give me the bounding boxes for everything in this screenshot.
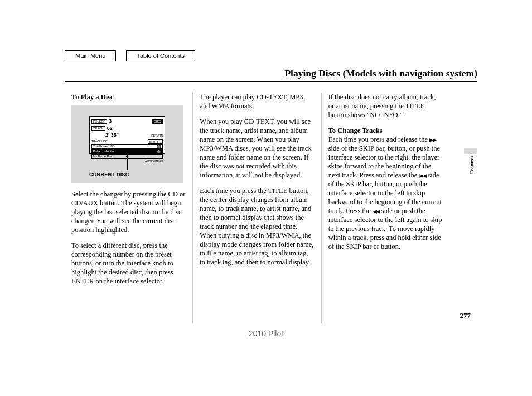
column-2: The player can play CD-TEXT, MP3, and WM… xyxy=(193,93,321,323)
main-menu-button[interactable]: Main Menu xyxy=(65,50,116,61)
col1-p2: To select a different disc, press the co… xyxy=(71,241,186,286)
tab-label: Features xyxy=(469,156,476,174)
label-return: RETURN xyxy=(151,134,163,137)
column-3: If the disc does not carry album, track,… xyxy=(322,93,449,323)
col3-p1: If the disc does not carry album, track,… xyxy=(328,93,443,119)
top-nav: Main Menu Table of Contents xyxy=(65,50,195,61)
label-track-list: TRACK LIST xyxy=(91,139,108,143)
skip-back-icon: |◀◀ xyxy=(373,209,380,214)
badge-track: TRACK xyxy=(91,126,105,131)
btn-skip-fr: SKIP FR xyxy=(148,139,163,144)
col2-p3: Each time you press the TITLE button, th… xyxy=(200,186,314,267)
track-number: 02 xyxy=(107,125,113,132)
section-tab: Features xyxy=(464,148,477,180)
callout-arrow-icon xyxy=(125,154,129,157)
col2-p1: The player can play CD-TEXT, MP3, and WM… xyxy=(200,93,314,110)
screen-diagram: FOLDER 3 DISC TRACK 02 2' 35" RETURN xyxy=(71,105,183,183)
page-number: 277 xyxy=(460,311,471,321)
elapsed-time: 2' 35" xyxy=(105,132,119,139)
col1-p1: Select the changer by pressing the CD or… xyxy=(71,190,186,234)
skip-back-icon: |◀◀ xyxy=(419,173,426,178)
diagram-caption: CURRENT DISC xyxy=(89,172,129,178)
col2-p2: When you play CD-TEXT, you will see the … xyxy=(200,117,314,180)
knob-icon xyxy=(157,149,161,154)
column-1: To Play a Disc FOLDER 3 DISC TRACK 02 xyxy=(65,93,193,323)
diagram-screen: FOLDER 3 DISC TRACK 02 2' 35" RETURN xyxy=(89,116,165,154)
heading-change-tracks: To Change Tracks xyxy=(328,127,383,134)
skip-forward-icon: ▶▶| xyxy=(429,138,437,143)
callout-line xyxy=(127,157,128,170)
manual-page: Main Menu Table of Contents Playing Disc… xyxy=(0,0,532,396)
heading-play-disc: To Play a Disc xyxy=(71,93,186,102)
badge-folder: FOLDER xyxy=(91,119,107,124)
page-title: Playing Discs (Models with navigation sy… xyxy=(65,67,477,82)
col3-p2: To Change Tracks Each time you press and… xyxy=(328,126,443,251)
song-row-1: The Power of Dr xyxy=(91,144,163,149)
footer-model-year: 2010 Pilot xyxy=(0,329,532,339)
badge-disc: DISC xyxy=(152,119,163,124)
knob-icon xyxy=(157,144,161,149)
toc-button[interactable]: Table of Contents xyxy=(126,50,195,61)
content-columns: To Play a Disc FOLDER 3 DISC TRACK 02 xyxy=(65,93,449,323)
tab-marker xyxy=(464,148,477,154)
song-row-2-selected: Ballad collection xyxy=(91,149,163,154)
disc-number: 3 xyxy=(109,118,112,125)
